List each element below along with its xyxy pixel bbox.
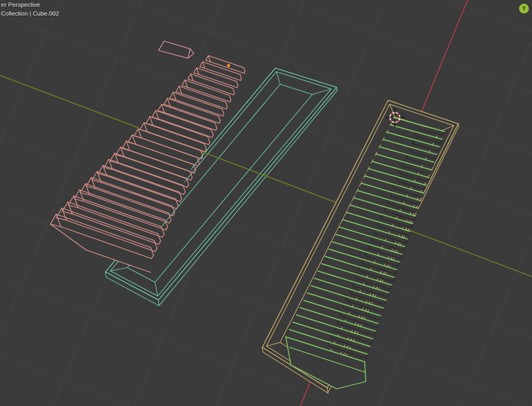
blender-viewport: er Perspective Collection | Cube.002 Y <box>0 0 532 406</box>
gizmo-y-label: Y <box>522 5 526 11</box>
viewport-canvas[interactable] <box>0 0 532 406</box>
origin-point <box>227 64 230 67</box>
nav-gizmo-y-axis[interactable]: Y <box>519 4 529 14</box>
